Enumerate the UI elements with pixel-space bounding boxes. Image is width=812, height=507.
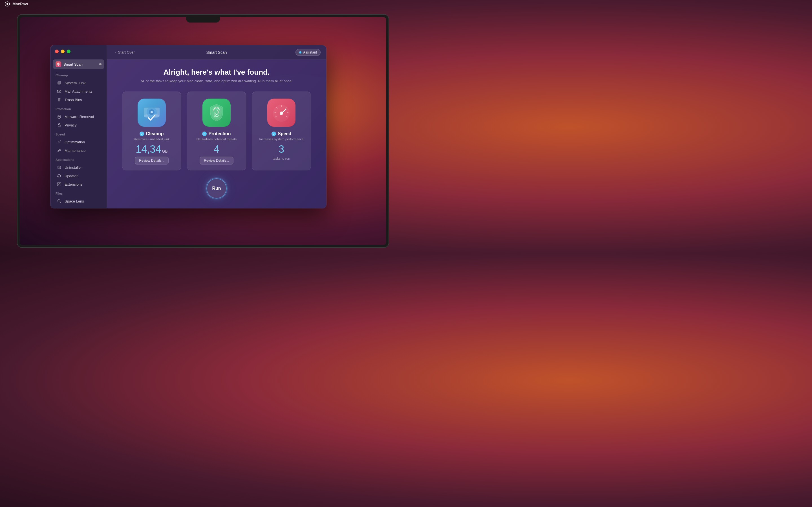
svg-line-21 [287, 112, 289, 112]
smart-scan-icon [56, 61, 61, 67]
cards-container: ✓ Cleanup Removes unneeded junk 14,34GB … [112, 92, 320, 170]
smart-scan-dot [99, 63, 101, 65]
protection-title-row: ✓ Protection [202, 131, 231, 136]
macpaw-icon [4, 1, 10, 7]
protection-card: ✓ Protection Neutralizes potential threa… [187, 92, 246, 170]
svg-rect-4 [58, 125, 60, 127]
run-button-container: Run [206, 178, 227, 199]
svg-rect-7 [57, 182, 59, 184]
protection-card-icon [202, 99, 231, 127]
close-button[interactable] [55, 50, 59, 53]
svg-rect-8 [59, 182, 61, 184]
maximize-button[interactable] [67, 50, 70, 53]
section-speed: Speed [50, 129, 107, 138]
malware-removal-label: Malware Removal [64, 115, 94, 119]
window-controls [55, 50, 70, 53]
svg-point-1 [6, 3, 8, 5]
macbook-screen: ‹ Start Over Smart Scan Assistant [20, 17, 386, 245]
chevron-left-icon: ‹ [115, 50, 116, 54]
cleanup-card-desc: Removes unneeded junk [134, 137, 169, 141]
large-files-icon [57, 207, 62, 208]
maintenance-icon [57, 148, 62, 153]
section-protection: Protection [50, 104, 107, 112]
svg-rect-9 [57, 184, 59, 186]
cleanup-title-row: ✓ Cleanup [140, 131, 163, 136]
speed-card-value: 3 [278, 144, 284, 154]
back-label: Start Over [118, 50, 135, 54]
trash-icon [57, 97, 62, 102]
window-title: Smart Scan [206, 50, 227, 55]
sidebar-item-large-old-files[interactable]: Large & Old Files [52, 205, 105, 208]
protection-review-button[interactable]: Review Details... [200, 157, 233, 165]
maintenance-label: Maintenance [64, 149, 86, 153]
sidebar-item-uninstaller[interactable]: Uninstaller [52, 163, 105, 172]
sidebar-item-maintenance[interactable]: Maintenance [52, 146, 105, 155]
optimization-label: Optimization [64, 140, 85, 144]
sidebar-item-optimization[interactable]: Optimization [52, 138, 105, 146]
sidebar: Smart Scan Cleanup System Junk [50, 45, 107, 208]
main-header: Alright, here's what I've found. All of … [140, 68, 292, 83]
space-lens-label: Space Lens [64, 199, 84, 203]
cleanup-card-icon [138, 99, 166, 127]
sidebar-item-updater[interactable]: Updater [52, 172, 105, 180]
uninstaller-label: Uninstaller [64, 165, 82, 170]
run-button[interactable]: Run [206, 178, 227, 199]
main-content: Alright, here's what I've found. All of … [107, 45, 326, 208]
cleanup-check-icon: ✓ [140, 131, 144, 136]
cleanup-card: ✓ Cleanup Removes unneeded junk 14,34GB … [122, 92, 181, 170]
section-files: Files [50, 188, 107, 197]
large-old-files-label: Large & Old Files [64, 208, 93, 209]
speed-card-icon [267, 99, 296, 127]
top-bar: MacPaw [0, 0, 406, 8]
macpaw-logo: MacPaw [4, 1, 28, 7]
brand-name: MacPaw [12, 2, 28, 6]
app-window: ‹ Start Over Smart Scan Assistant [50, 45, 326, 209]
cleanup-review-button[interactable]: Review Details... [135, 157, 168, 165]
section-applications: Applications [50, 155, 107, 163]
uninstaller-icon [57, 165, 62, 170]
sidebar-item-space-lens[interactable]: Space Lens [52, 197, 105, 205]
assistant-button[interactable]: Assistant [296, 49, 320, 56]
protection-card-title: Protection [208, 131, 231, 136]
speed-title-row: ✓ Speed [271, 131, 291, 136]
speed-card: ✓ Speed Increases system performance 3 t… [252, 92, 311, 170]
protection-card-desc: Neutralizes potential threats [197, 137, 237, 141]
protection-card-value: 4 [214, 144, 219, 154]
mail-attachments-label: Mail Attachments [64, 89, 93, 94]
sidebar-item-mail-attachments[interactable]: Mail Attachments [52, 87, 105, 96]
privacy-label: Privacy [64, 123, 77, 127]
privacy-icon [57, 122, 62, 128]
system-junk-label: System Junk [64, 81, 86, 85]
speed-tasks-label: tasks to run [273, 157, 290, 161]
cleanup-card-value: 14,34GB [136, 144, 167, 154]
sidebar-item-system-junk[interactable]: System Junk [52, 78, 105, 87]
nav-back-button[interactable]: ‹ Start Over [115, 50, 135, 54]
sidebar-item-trash-bins[interactable]: Trash Bins [52, 96, 105, 104]
system-junk-icon [57, 80, 62, 86]
assistant-dot-icon [299, 51, 301, 54]
minimize-button[interactable] [61, 50, 64, 53]
extensions-label: Extensions [64, 182, 83, 186]
main-title: Alright, here's what I've found. [140, 68, 292, 76]
speed-card-title: Speed [278, 131, 291, 136]
protection-check-icon: ✓ [202, 131, 207, 136]
cleanup-card-title: Cleanup [146, 131, 163, 136]
trash-bins-label: Trash Bins [64, 98, 82, 102]
macbook-frame: ‹ Start Over Smart Scan Assistant [17, 14, 389, 248]
title-bar: ‹ Start Over Smart Scan Assistant [107, 45, 326, 59]
sidebar-item-privacy[interactable]: Privacy [52, 121, 105, 129]
sidebar-item-malware-removal[interactable]: Malware Removal [52, 112, 105, 121]
smart-scan-label: Smart Scan [63, 62, 97, 66]
svg-line-24 [274, 112, 276, 112]
sidebar-item-extensions[interactable]: Extensions [52, 180, 105, 188]
sidebar-item-smart-scan[interactable]: Smart Scan [53, 59, 104, 69]
assistant-label: Assistant [303, 50, 317, 54]
main-subtitle: All of the tasks to keep your Mac clean,… [140, 79, 292, 83]
svg-point-17 [151, 111, 153, 113]
malware-icon [57, 114, 62, 119]
optimization-icon [57, 139, 62, 145]
section-cleanup: Cleanup [50, 70, 107, 78]
speed-check-icon: ✓ [271, 131, 276, 136]
updater-label: Updater [64, 174, 78, 178]
svg-point-5 [60, 140, 61, 142]
